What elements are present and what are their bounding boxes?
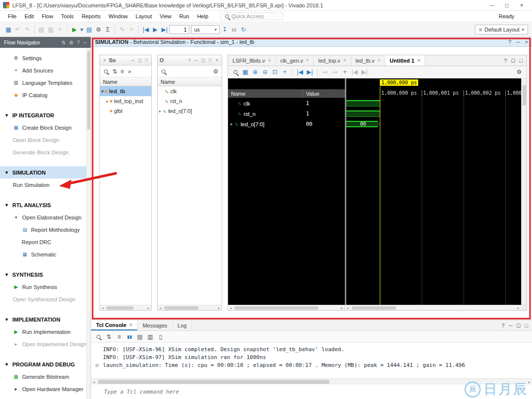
zoom-in-icon[interactable]: ⊕ — [251, 68, 260, 76]
sidebar-section-program-and-debug[interactable]: ▾ PROGRAM AND DEBUG — [0, 358, 91, 370]
save-waveform-icon[interactable]: ▦ — [241, 68, 250, 76]
sidebar-item-generate-block-design[interactable]: Generate Block Design — [0, 146, 91, 158]
scroll-left-arrow[interactable]: ◂ — [228, 305, 233, 311]
scope-row-led-tb[interactable]: ▾ ■ led_tb — [100, 86, 151, 96]
collapse-icon[interactable]: ⇅ — [112, 67, 118, 76]
sidebar-section-implementation[interactable]: ▾ IMPLEMENTATION — [0, 313, 91, 326]
maximize-icon[interactable]: □ — [144, 58, 149, 63]
scroll-left-arrow[interactable]: ◂ — [158, 305, 163, 311]
sidebar-item-generate-bitstream[interactable]: ▦ Generate Bitstream — [0, 370, 91, 383]
help-icon[interactable]: ? — [77, 40, 80, 45]
minimize-icon[interactable]: ─ — [83, 40, 87, 45]
search-icon[interactable] — [104, 70, 108, 73]
scroll-left-arrow[interactable]: ◂ — [91, 379, 97, 385]
search-icon[interactable] — [97, 335, 100, 339]
sidebar-item-open-elaborated-design[interactable]: ▾ Open Elaborated Design — [0, 211, 91, 223]
scrollbar-thumb[interactable] — [523, 85, 526, 106]
tab-untitled-1[interactable]: Untitled 1 × — [385, 55, 425, 66]
prev-transition-icon[interactable]: ↤ — [321, 68, 330, 76]
menu-file[interactable]: File — [4, 12, 21, 20]
gear-icon[interactable]: ⚙ — [211, 67, 220, 76]
sidebar-item-open-block-design[interactable]: Open Block Design — [0, 134, 91, 146]
console-output[interactable]: INFO: [USF-XSim-96] XSim completed. Desi… — [91, 343, 532, 378]
scrollbar-thumb[interactable] — [234, 306, 318, 310]
expand-icon[interactable]: ≡ — [119, 67, 125, 76]
sidebar-item-add-sources[interactable]: + Add Sources — [0, 64, 91, 76]
zoom-out-icon[interactable]: ⊖ — [261, 68, 269, 76]
sidebar-section-rtl-analysis[interactable]: ▾ RTL ANALYSIS — [0, 199, 91, 211]
float-icon[interactable]: ◻ — [137, 58, 142, 63]
wave-cursor-line[interactable] — [380, 86, 380, 305]
scope-row-led-top-inst[interactable]: ▸ ■ led_top_inst — [100, 96, 151, 106]
expand-all-icon[interactable]: ≡ — [115, 332, 124, 341]
tab-tcl-console[interactable]: Tcl Console × — [91, 320, 137, 330]
tab-log[interactable]: Log — [173, 320, 192, 330]
tab-close-icon[interactable]: × — [417, 58, 420, 63]
chevron-right-icon[interactable]: ▸ — [231, 122, 233, 126]
sidebar-item-report-drc[interactable]: Report DRC — [0, 236, 91, 248]
maximize-icon[interactable]: □ — [525, 323, 528, 328]
sidebar-item-open-hardware-manager[interactable]: ▸ Open Hardware Manager — [0, 383, 91, 395]
wave-name-column-header[interactable]: Name — [228, 89, 303, 98]
objects-hscrollbar[interactable]: ◂ ▸ — [158, 305, 222, 310]
close-icon[interactable]: × — [525, 39, 528, 45]
sidebar-item-run-simulation[interactable]: Run Simulation — [0, 179, 91, 191]
minimize-icon[interactable]: ─ — [130, 58, 135, 63]
float-icon[interactable]: ◻ — [516, 322, 521, 328]
wave-value-column-header[interactable]: Value — [303, 89, 345, 98]
menu-edit[interactable]: Edit — [21, 12, 38, 20]
menu-window[interactable]: Window — [104, 12, 132, 20]
quick-access-search[interactable]: Quick Access — [220, 12, 283, 20]
objects-name-column-header[interactable]: Name — [158, 77, 222, 86]
help-icon[interactable]: ? — [508, 39, 511, 45]
tab-led-top[interactable]: led_top.v × — [314, 55, 351, 66]
objects-row-led-o[interactable]: ▸ ∿ led_o[7:0] — [158, 106, 222, 116]
wave-row-clk[interactable]: ∿clk 1 — [228, 98, 345, 109]
save-project-icon[interactable]: ▦ — [4, 25, 13, 34]
search-icon[interactable] — [162, 70, 166, 73]
sidebar-section-ip-integrator[interactable]: ▾ IP INTEGRATOR — [0, 109, 91, 121]
sidebar-item-open-synthesized-design[interactable]: Open Synthesized Design — [0, 293, 91, 305]
scrollbar-thumb[interactable] — [352, 306, 396, 310]
sidebar-section-synthesis[interactable]: ▾ SYNTHESIS — [0, 268, 91, 281]
edit-icon[interactable]: ✎ — [118, 25, 127, 34]
scroll-left-arrow[interactable]: ◂ — [100, 305, 105, 311]
delete-icon[interactable]: × — [56, 25, 65, 34]
sidebar-item-run-synthesis[interactable]: ▶ Run Synthesis — [0, 281, 91, 293]
sidebar-item-report-methodology[interactable]: ▤ Report Methodology — [0, 223, 91, 236]
copy-icon[interactable]: ▤ — [37, 25, 46, 34]
tcl-command-input[interactable] — [104, 389, 399, 395]
menu-reports[interactable]: Reports — [78, 12, 105, 20]
help-icon[interactable]: ? — [504, 58, 507, 64]
scroll-left-arrow[interactable]: ◂ — [345, 305, 350, 311]
float-icon[interactable]: ◻ — [511, 57, 515, 64]
scrollbar-thumb[interactable] — [87, 51, 90, 130]
scroll-right-arrow[interactable]: ▸ — [516, 305, 521, 311]
sidebar-item-language-templates[interactable]: ▥ Language Templates — [0, 76, 91, 89]
goto-start-icon[interactable]: |◀ — [296, 68, 304, 76]
menu-flow[interactable]: Flow — [38, 12, 57, 20]
menu-tools[interactable]: Tools — [57, 12, 78, 20]
scroll-right-arrow[interactable]: ▸ — [216, 305, 222, 311]
tab-clk-gen[interactable]: clk_gen.v × — [276, 55, 314, 66]
redo-icon[interactable]: ↷ — [23, 25, 32, 34]
chevron-right-icon[interactable]: ▸ — [106, 99, 108, 104]
tab-close-icon[interactable]: × — [268, 58, 271, 63]
float-icon[interactable]: ◻ — [200, 58, 206, 63]
objects-row-rst-n[interactable]: ∿ rst_n — [158, 96, 222, 106]
zoom-to-cursor-icon[interactable]: + — [280, 68, 289, 76]
prev-marker-icon[interactable]: |◀ — [350, 68, 359, 76]
layout-selector[interactable]: ≡ Default Layout ▾ — [475, 25, 528, 35]
dock-icon[interactable]: ⇅ — [62, 40, 66, 45]
sidebar-item-schematic[interactable]: ▦ Schematic — [0, 248, 91, 260]
menu-run[interactable]: Run — [175, 12, 193, 20]
paste-icon[interactable]: ▥ — [46, 25, 55, 34]
run-flow-dropdown-icon[interactable]: ▾ — [79, 25, 84, 34]
pause-output-icon[interactable]: ▮▮ — [125, 332, 134, 341]
save-log-icon[interactable]: ▥ — [146, 332, 155, 341]
goto-end-icon[interactable]: ▶| — [305, 68, 314, 76]
wave-row-led-o[interactable]: ▸∿led_o[7:0] 00 — [228, 119, 345, 129]
search-icon[interactable] — [233, 70, 237, 74]
tab-close-icon[interactable]: × — [306, 58, 309, 63]
copy-icon[interactable]: ▤ — [135, 332, 144, 341]
